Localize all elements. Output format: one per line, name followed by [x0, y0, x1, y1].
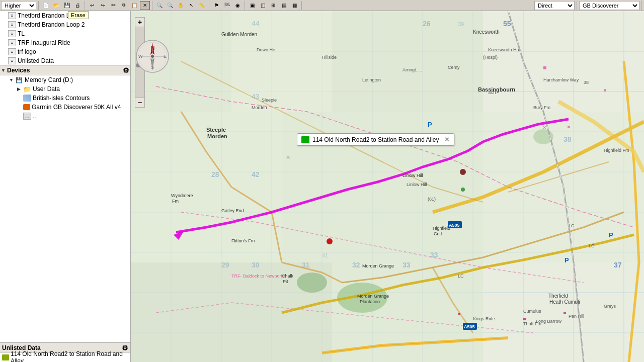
erase-tooltip: Erase: [68, 11, 89, 19]
svg-text:Linlow Hill: Linlow Hill: [403, 173, 423, 178]
svg-text:Plantation: Plantation: [360, 299, 380, 304]
svg-text:N: N: [151, 45, 154, 51]
copy-btn[interactable]: ⧉: [119, 1, 129, 10]
map-area[interactable]: 44 43 42 29 30 31 32 33 28 26 33 55 38 3…: [131, 11, 644, 362]
svg-text:(Hospl): (Hospl): [483, 55, 498, 60]
route-btn3[interactable]: ◉: [232, 1, 243, 10]
svg-text:LC: LC: [589, 243, 595, 248]
svg-text:LC: LC: [458, 274, 464, 279]
svg-text:Morden: Morden: [207, 133, 227, 139]
compass[interactable]: N S W E: [135, 39, 170, 74]
svg-text:Cemy: Cemy: [448, 65, 460, 70]
svg-text:Kneesworth Ho: Kneesworth Ho: [488, 47, 519, 52]
tree-item-trflogo[interactable]: ≡ trf logo: [0, 47, 130, 56]
unlisted-section: Unlisted Data ⚙ 114 Old North Road2 to S…: [0, 342, 130, 362]
route-orange-icon: [2, 354, 9, 360]
svg-rect-106: [543, 66, 546, 69]
cut-btn[interactable]: ✂: [108, 1, 118, 10]
svg-text:38: 38: [584, 80, 589, 85]
contour-icon: [23, 95, 31, 102]
file-icon2: ≡: [8, 21, 16, 28]
svg-text:Cumulus: Cumulus: [523, 309, 541, 314]
measure-btn[interactable]: 📏: [197, 1, 207, 10]
misc-btn3[interactable]: ⊞: [268, 1, 278, 10]
zoom-minus-btn[interactable]: −: [135, 98, 145, 108]
unlisted-item[interactable]: 114 Old North Road2 to Station Road and …: [0, 353, 130, 362]
undo-btn[interactable]: ↩: [87, 1, 97, 10]
misc-btn1[interactable]: ▣: [247, 1, 257, 10]
map-canvas: 44 43 42 29 30 31 32 33 28 26 33 55 38 3…: [131, 11, 644, 362]
svg-rect-108: [604, 89, 606, 92]
tree-item-tl[interactable]: ≡ TL: [0, 29, 130, 38]
zoom-in-tb[interactable]: 🔍: [154, 1, 165, 10]
open-btn[interactable]: 📂: [51, 1, 61, 10]
misc-btn5[interactable]: ▦: [289, 1, 299, 10]
svg-rect-38: [131, 112, 282, 262]
folder-icon: 📁: [23, 85, 31, 93]
devices-section-header[interactable]: ▼ Devices ⚙: [0, 65, 130, 75]
svg-point-113: [327, 238, 333, 244]
tree-item-garmin[interactable]: Garmin GB Discoverer 50K All v4: [0, 103, 130, 112]
tree-item-british-isles[interactable]: British-isles Contours: [0, 94, 130, 103]
tree-item-thetford2[interactable]: ≡ Thetford Brandon Loop 2: [0, 20, 130, 29]
toolbar-group-routing: Direct: [534, 1, 577, 10]
svg-text:Steeple: Steeple: [206, 127, 226, 133]
svg-text:Linlow Hill: Linlow Hill: [407, 182, 427, 187]
svg-text:Kings Ride: Kings Ride: [473, 316, 495, 321]
popup-close-btn[interactable]: ✕: [444, 136, 450, 143]
svg-rect-112: [564, 312, 566, 314]
toolbar-group-misc: ▣ ◫ ⊞ ▤ ▦: [247, 1, 302, 10]
svg-rect-110: [458, 313, 460, 315]
tree-item-more[interactable]: ... ...: [0, 112, 130, 121]
misc-btn2[interactable]: ◫: [258, 1, 268, 10]
svg-text:Guilden Morden: Guilden Morden: [221, 32, 257, 37]
new-btn[interactable]: 📄: [41, 1, 51, 10]
select-btn[interactable]: ↖: [186, 1, 196, 10]
higher-select[interactable]: Higher: [1, 1, 36, 10]
file-icon5: ≡: [8, 48, 16, 55]
routing-select[interactable]: Direct: [534, 1, 575, 10]
zoom-plus-btn[interactable]: +: [135, 17, 145, 27]
svg-text:S: S: [151, 65, 154, 70]
more-icon: ...: [23, 113, 31, 120]
toolbar-group-map: GB Discoverer: [579, 1, 642, 10]
tree-item-thetford1[interactable]: ≡ Thetford Brandon L...: [0, 11, 130, 20]
zoom-out-tb[interactable]: 🔍: [165, 1, 175, 10]
toolbar-group-higher: Higher: [1, 1, 39, 10]
svg-text:Down He: Down He: [257, 47, 275, 52]
map-select[interactable]: GB Discoverer: [579, 1, 639, 10]
tree-item-trf[interactable]: ≡ TRF Inaugural Ride: [0, 38, 130, 47]
paste-btn[interactable]: 📋: [129, 1, 139, 10]
route-btn2[interactable]: 🏁: [222, 1, 232, 10]
svg-text:Flitton's Fm: Flitton's Fm: [231, 238, 255, 243]
garmin-icon: [23, 104, 30, 110]
svg-text:Sch: Sch: [488, 90, 496, 95]
svg-point-115: [461, 188, 465, 192]
svg-point-44: [297, 273, 327, 293]
pan-btn[interactable]: ✋: [176, 1, 186, 10]
tree-item-unlisted-tree[interactable]: ≡ Unlisted Data: [0, 56, 130, 65]
file-icon3: ≡: [8, 30, 16, 37]
redo-btn[interactable]: ↪: [98, 1, 108, 10]
svg-text:Pit: Pit: [283, 279, 288, 284]
svg-rect-111: [523, 318, 526, 320]
print-btn[interactable]: 🖨: [72, 1, 83, 10]
tree-item-memory-card[interactable]: ▼ 💾 Memory Card (D:): [0, 75, 130, 84]
route-btn1[interactable]: ⚑: [211, 1, 221, 10]
devices-gear-icon[interactable]: ⚙: [123, 66, 129, 74]
erase-btn[interactable]: ✕: [140, 1, 150, 10]
tree-item-user-data[interactable]: ▶ 📁 User Data: [0, 84, 130, 94]
svg-text:(61): (61): [428, 197, 436, 202]
svg-rect-36: [231, 11, 332, 112]
misc-btn4[interactable]: ▤: [279, 1, 289, 10]
svg-text:W: W: [138, 54, 143, 59]
svg-text:Thrift Fm: Thrift Fm: [523, 321, 541, 326]
svg-text:✕: ✕: [542, 125, 546, 130]
tree: ≡ Thetford Brandon L... ≡ Thetford Brand…: [0, 11, 130, 342]
svg-point-126: [151, 55, 154, 58]
svg-text:LC: LC: [569, 223, 575, 228]
svg-text:Arringt.....: Arringt.....: [403, 67, 422, 72]
svg-text:E: E: [164, 54, 167, 59]
save-btn[interactable]: 💾: [62, 1, 72, 10]
svg-text:A505: A505: [464, 324, 475, 329]
